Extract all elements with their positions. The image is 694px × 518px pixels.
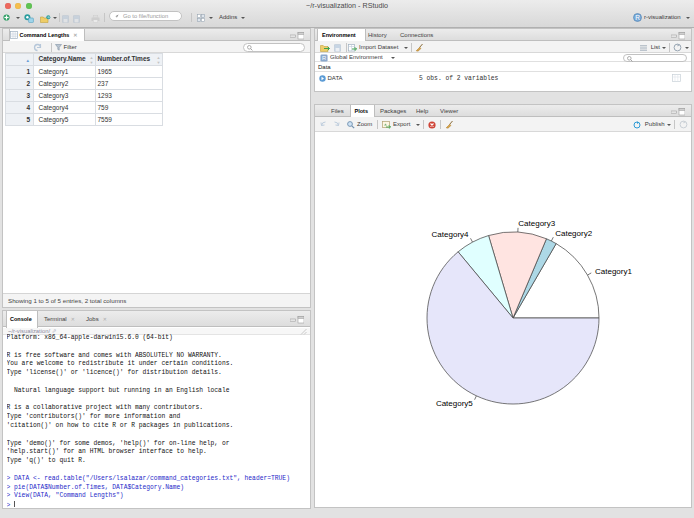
svg-text:Category2: Category2: [555, 229, 592, 238]
svg-text:Category1: Category1: [595, 266, 632, 275]
svg-text:Category5: Category5: [436, 399, 473, 408]
svg-text:Category4: Category4: [432, 230, 469, 239]
svg-text:R: R: [322, 55, 326, 61]
svg-text:R: R: [635, 14, 640, 21]
svg-text:Category3: Category3: [518, 219, 555, 228]
